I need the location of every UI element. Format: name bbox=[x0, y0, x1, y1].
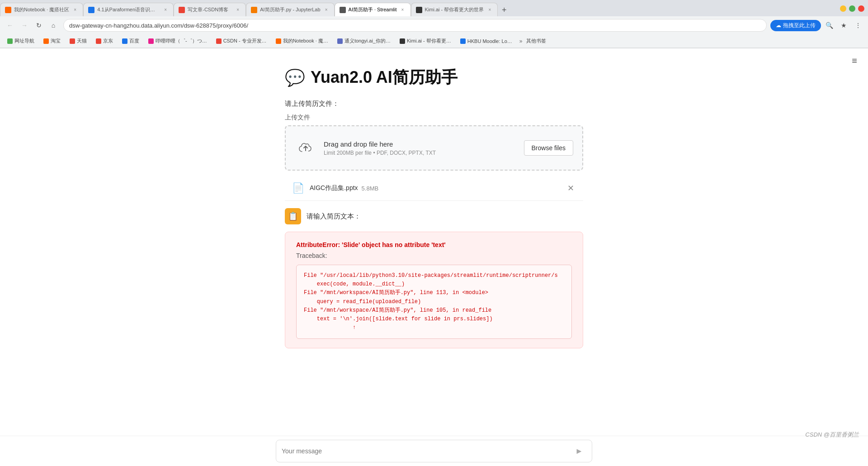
maximize-button[interactable] bbox=[849, 5, 855, 12]
bookmark-favicon-6 bbox=[148, 38, 154, 44]
file-name: AIGC作品集.pptx bbox=[310, 184, 358, 192]
bookmark-csdn[interactable]: CSDN - 专业开发… bbox=[212, 37, 270, 45]
chat-input-field[interactable] bbox=[282, 447, 572, 455]
bookmarks-extra[interactable]: 其他书签 bbox=[526, 38, 546, 44]
file-remove-button[interactable]: ✕ bbox=[566, 181, 576, 195]
chat-send-button[interactable]: ► bbox=[572, 444, 586, 456]
tab-favicon-3 bbox=[179, 7, 185, 13]
bookmark-jd[interactable]: 京东 bbox=[92, 37, 117, 45]
input-hint-icon: 📋 bbox=[285, 208, 301, 224]
tab-close-5[interactable]: × bbox=[400, 7, 406, 13]
bookmark-favicon-4 bbox=[96, 38, 101, 44]
traceback-line-7: ↑ bbox=[304, 323, 564, 332]
upload-zone-left: Drag and drop file here Limit 200MB per … bbox=[295, 137, 436, 159]
file-size: 5.8MB bbox=[362, 185, 379, 192]
uploaded-file-row: 📄 AIGC作品集.pptx 5.8MB ✕ bbox=[285, 176, 583, 201]
bookmark-kimi[interactable]: Kimi.ai - 帮你看更… bbox=[396, 37, 455, 45]
tab-favicon-5 bbox=[340, 7, 346, 13]
tab-title-4: AI简历助手.py - JupyterLab bbox=[260, 6, 320, 13]
bookmark-favicon-2 bbox=[43, 38, 49, 44]
traceback-line-1: File "/usr/local/lib/python3.10/site-pac… bbox=[304, 271, 564, 280]
tab-title-6: Kimi.ai - 帮你看更大的世界 bbox=[425, 6, 484, 13]
more-button[interactable]: ⋮ bbox=[852, 19, 864, 32]
bookmark-notebook[interactable]: 我的Notebook · 魔… bbox=[272, 37, 332, 45]
file-icon: 📄 bbox=[292, 182, 304, 194]
bookmark-tongyi[interactable]: 通义tongyi.ai_你的… bbox=[334, 37, 394, 45]
bookmark-label-5: 百度 bbox=[129, 38, 139, 44]
tab-favicon-4 bbox=[251, 7, 257, 13]
new-tab-button[interactable]: + bbox=[498, 4, 510, 16]
tab-title-2: 4.1从Paraformen语音识别到… bbox=[97, 6, 160, 13]
bookmark-tianmao[interactable]: 天猫 bbox=[66, 37, 90, 45]
upload-cloud-label: 拖拽至此上传 bbox=[783, 22, 816, 29]
home-button[interactable]: ⌂ bbox=[47, 19, 60, 32]
bookmark-baidu[interactable]: 百度 bbox=[118, 37, 143, 45]
input-hint-row: 📋 请输入简历文本： bbox=[285, 208, 583, 224]
bookmarks-bar: 网址导航 淘宝 天猫 京东 百度 哔哩哔哩（゜-゜）つ… CSDN - 专业开发… bbox=[0, 34, 868, 48]
star-button[interactable]: ★ bbox=[837, 19, 850, 32]
title-icon: 💬 bbox=[285, 68, 305, 87]
bookmark-label-2: 淘宝 bbox=[51, 38, 61, 44]
bookmark-bilibili[interactable]: 哔哩哔哩（゜-゜）つ… bbox=[145, 37, 211, 45]
tab-close-6[interactable]: × bbox=[486, 7, 493, 13]
input-hint-emoji: 📋 bbox=[288, 211, 298, 221]
title-text: Yuan2.0 AI简历助手 bbox=[311, 67, 458, 89]
tab-bar: 我的Notebook · 魔搭社区 × 4.1从Paraformen语音识别到…… bbox=[0, 0, 868, 16]
upload-to-cloud-button[interactable]: ☁ 拖拽至此上传 bbox=[770, 20, 821, 31]
tab-6[interactable]: Kimi.ai - 帮你看更大的世界 × bbox=[411, 3, 498, 16]
bookmark-label-8: 我的Notebook · 魔… bbox=[283, 38, 328, 44]
tab-close-4[interactable]: × bbox=[323, 7, 330, 13]
upload-section-title: 上传文件 bbox=[285, 114, 583, 122]
back-button[interactable]: ← bbox=[4, 19, 16, 32]
forward-button[interactable]: → bbox=[18, 19, 31, 32]
tab-1[interactable]: 我的Notebook · 魔搭社区 × bbox=[0, 3, 83, 16]
bookmark-label-1: 网址导航 bbox=[14, 38, 34, 44]
error-title: AttributeError: 'Slide' object has no at… bbox=[296, 241, 572, 248]
search-toolbar-button[interactable]: 🔍 bbox=[823, 19, 835, 32]
traceback-label: Traceback: bbox=[296, 252, 572, 259]
upload-prompt: 请上传简历文件： bbox=[285, 100, 583, 108]
upload-main-text: Drag and drop file here bbox=[324, 140, 436, 148]
tab-favicon-2 bbox=[88, 7, 94, 13]
bookmark-label-4: 京东 bbox=[103, 38, 113, 44]
hamburger-menu-button[interactable]: ≡ bbox=[852, 56, 857, 66]
tab-3[interactable]: 写文章-CSDN博客 × bbox=[174, 3, 246, 16]
bookmark-favicon-5 bbox=[122, 38, 127, 44]
browse-files-button[interactable]: Browse files bbox=[524, 140, 573, 156]
upload-zone-text: Drag and drop file here Limit 200MB per … bbox=[324, 140, 436, 156]
upload-cloud-icon: ☁ bbox=[776, 22, 781, 29]
toolbar-right: ☁ 拖拽至此上传 🔍 ★ ⋮ bbox=[770, 19, 864, 32]
chat-input-bar: ► bbox=[0, 436, 868, 456]
bookmark-favicon-7 bbox=[216, 38, 222, 44]
address-bar-input[interactable] bbox=[63, 19, 767, 32]
tab-close-3[interactable]: × bbox=[235, 7, 241, 13]
tab-4[interactable]: AI简历助手.py - JupyterLab × bbox=[246, 3, 334, 16]
tab-title-1: 我的Notebook · 魔搭社区 bbox=[14, 6, 69, 13]
tab-title-3: 写文章-CSDN博客 bbox=[188, 6, 232, 13]
page-title: 💬 Yuan2.0 AI简历助手 bbox=[285, 67, 583, 89]
tab-2[interactable]: 4.1从Paraformen语音识别到… × bbox=[83, 3, 174, 16]
bookmark-favicon-11 bbox=[460, 38, 466, 44]
main-content: 💬 Yuan2.0 AI简历助手 请上传简历文件： 上传文件 Drag and … bbox=[276, 48, 592, 392]
bookmark-taobao[interactable]: 淘宝 bbox=[40, 37, 64, 45]
bookmark-网址导航[interactable]: 网址导航 bbox=[4, 37, 38, 45]
bookmark-hkbu[interactable]: HKBU Moodle: Lo… bbox=[457, 38, 516, 45]
app-container: ≡ 💬 Yuan2.0 AI简历助手 请上传简历文件： 上传文件 Drag an… bbox=[0, 48, 868, 456]
upload-cloud-icon bbox=[295, 137, 316, 159]
tab-close-2[interactable]: × bbox=[162, 7, 169, 13]
close-button[interactable] bbox=[858, 5, 864, 12]
tab-favicon-6 bbox=[416, 7, 422, 13]
minimize-button[interactable] bbox=[840, 5, 846, 12]
refresh-button[interactable]: ↻ bbox=[33, 19, 45, 32]
traceback-box: File "/usr/local/lib/python3.10/site-pac… bbox=[296, 265, 572, 339]
tab-close-1[interactable]: × bbox=[72, 7, 78, 13]
upload-zone[interactable]: Drag and drop file here Limit 200MB per … bbox=[285, 125, 583, 171]
traceback-line-4: query = read_file(uploaded_file) bbox=[304, 298, 564, 306]
file-info: AIGC作品集.pptx 5.8MB bbox=[310, 184, 560, 192]
tab-5[interactable]: AI简历助手 · Streamlit × bbox=[335, 3, 411, 16]
bookmark-label-9: 通义tongyi.ai_你的… bbox=[344, 38, 391, 44]
traceback-line-2: exec(code, module.__dict__) bbox=[304, 280, 564, 289]
input-hint-text: 请输入简历文本： bbox=[307, 212, 361, 221]
bookmarks-more[interactable]: » bbox=[519, 38, 523, 44]
tab-title-5: AI简历助手 · Streamlit bbox=[349, 6, 397, 13]
